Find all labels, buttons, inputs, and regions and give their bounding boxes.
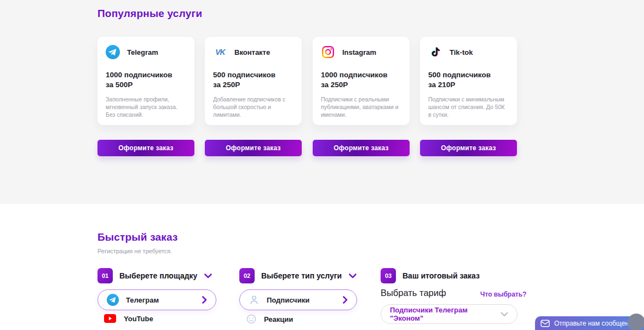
step-number-badge: 01 <box>97 268 113 283</box>
platform-option-youtube[interactable]: YouTube <box>104 314 153 323</box>
instagram-icon <box>321 45 335 59</box>
order-button-instagram[interactable]: Оформите заказ <box>313 140 410 156</box>
chevron-right-icon <box>202 296 207 304</box>
card-title: Telegram <box>127 48 158 56</box>
tariff-label: Выбрать тариф <box>381 288 446 298</box>
person-icon <box>249 293 260 307</box>
chevron-down-icon <box>204 274 212 278</box>
step-final-order: 03 Ваш итоговый заказ <box>381 268 480 283</box>
chevron-down-icon <box>349 274 357 278</box>
vk-icon: VK <box>213 45 227 59</box>
platform-option-label: YouTube <box>124 315 153 323</box>
tariff-help-link[interactable]: Что выбрать? <box>480 291 526 298</box>
service-type-option-reactions[interactable]: Реакции <box>246 314 293 324</box>
step-number-badge: 02 <box>239 268 255 283</box>
order-button-tiktok[interactable]: Оформите заказ <box>420 140 517 156</box>
card-description: Подписчики с реальными публикациями, ава… <box>321 95 401 118</box>
platform-option-label: Телеграм <box>126 296 195 304</box>
chat-widget-message: Отправьте нам сообщение <box>554 320 636 327</box>
service-card-instagram: Instagram 1000 подписчиков за 250Р Подпи… <box>313 37 410 125</box>
service-type-option-label: Подписчики <box>267 296 336 304</box>
card-description: Заполненные профили, мгновенный запуск з… <box>106 95 186 118</box>
step-choose-service-type[interactable]: 02 Выберете тип услуги <box>239 268 357 283</box>
card-offer: 1000 подписчиков за 500Р <box>106 70 186 89</box>
step-label: Ваш итоговый заказ <box>403 271 480 280</box>
step-label: Выберете тип услуги <box>261 271 342 280</box>
page: Популярные услуги Telegram 1000 подписчи… <box>0 0 644 330</box>
card-offer: 500 подписчиков за 250Р <box>213 70 294 89</box>
quick-order-title: Быстрый заказ <box>97 231 178 243</box>
step-choose-platform[interactable]: 01 Выберете площадку <box>97 268 212 283</box>
envelope-icon <box>540 320 550 327</box>
card-offer: 500 подписчиков за 210Р <box>428 70 509 89</box>
step-label: Выберете площадку <box>119 271 197 280</box>
card-offer: 1000 подписчиков за 250Р <box>321 70 401 89</box>
telegram-icon <box>107 293 119 307</box>
quick-order-subtitle: Регистрация не требуется. <box>97 248 172 254</box>
card-title: Tik-tok <box>450 48 473 56</box>
tiktok-icon <box>428 45 442 59</box>
popular-services-section: Популярные услуги Telegram 1000 подписчи… <box>0 0 644 204</box>
chevron-down-icon <box>501 312 508 317</box>
youtube-icon <box>104 314 116 323</box>
card-description: Подписчики с минимальным шансом от списа… <box>428 95 509 118</box>
telegram-icon <box>106 45 120 59</box>
card-description: Добавление подписчиков с большой скорост… <box>213 95 294 118</box>
service-card-tiktok: Tik-tok 500 подписчиков за 210Р Подписчи… <box>420 37 517 125</box>
tariff-select[interactable]: Подписчики Телеграм "Эконом" <box>381 304 518 324</box>
service-card-vkontakte: VK Вконтакте 500 подписчиков за 250Р Доб… <box>205 37 302 125</box>
chevron-right-icon <box>343 296 348 304</box>
tariff-selected-value: Подписчики Телеграм "Эконом" <box>390 306 501 322</box>
platform-option-telegram[interactable]: Телеграм <box>97 289 216 310</box>
step-number-badge: 03 <box>381 268 396 283</box>
card-title: Instagram <box>342 48 376 56</box>
order-button-telegram[interactable]: Оформите заказ <box>97 140 194 156</box>
smiley-icon <box>246 314 256 324</box>
service-type-option-subscribers[interactable]: Подписчики <box>239 289 357 310</box>
service-card-telegram: Telegram 1000 подписчиков за 500Р Заполн… <box>97 37 194 125</box>
order-button-vkontakte[interactable]: Оформите заказ <box>205 140 302 156</box>
chat-agent-avatar[interactable] <box>628 314 644 330</box>
card-title: Вконтакте <box>234 48 270 56</box>
popular-services-title: Популярные услуги <box>97 8 202 20</box>
service-type-option-label: Реакции <box>264 315 293 323</box>
